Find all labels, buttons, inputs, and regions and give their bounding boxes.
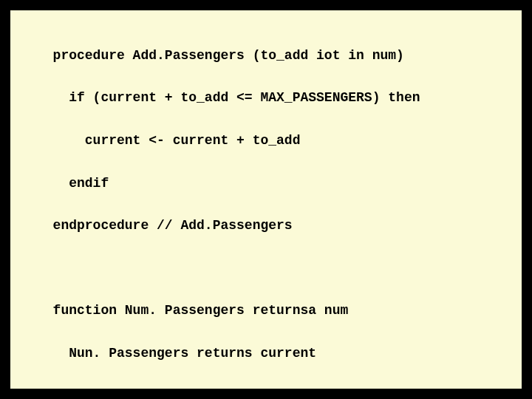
code-line: function Num. Passengers returnsa num bbox=[37, 300, 501, 321]
code-line: endfunction // Num. Passengers bbox=[37, 386, 501, 399]
code-line: if (current + to_add <= MAX_PASSENGERS) … bbox=[37, 87, 501, 109]
code-panel: procedure Add.Passengers (to_add iot in … bbox=[7, 7, 525, 392]
code-line: procedure Add.Passengers (to_add iot in … bbox=[37, 45, 501, 66]
code-line: endif bbox=[37, 173, 501, 194]
code-block: procedure Add.Passengers (to_add iot in … bbox=[37, 24, 501, 399]
code-line: current <- current + to_add bbox=[37, 130, 501, 151]
code-line: Nun. Passengers returns current bbox=[37, 343, 501, 364]
slide-frame: procedure Add.Passengers (to_add iot in … bbox=[0, 0, 532, 399]
blank-line bbox=[37, 258, 501, 279]
code-line: endprocedure // Add.Passengers bbox=[37, 215, 501, 236]
